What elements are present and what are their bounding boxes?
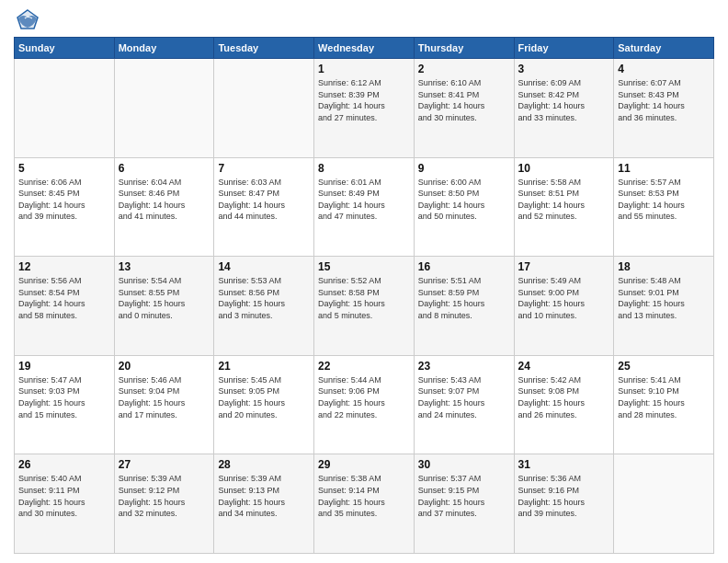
calendar-cell: 6Sunrise: 6:04 AMSunset: 8:46 PMDaylight… xyxy=(114,157,214,257)
calendar-cell: 9Sunrise: 6:00 AMSunset: 8:50 PMDaylight… xyxy=(414,157,514,257)
day-number: 20 xyxy=(119,360,210,373)
day-info: Sunrise: 5:39 AMSunset: 9:12 PMDaylight:… xyxy=(119,473,210,519)
day-number: 27 xyxy=(119,458,210,471)
logo xyxy=(14,9,40,29)
calendar-cell: 2Sunrise: 6:10 AMSunset: 8:41 PMDaylight… xyxy=(414,59,514,158)
calendar-table: SundayMondayTuesdayWednesdayThursdayFrid… xyxy=(14,37,714,554)
calendar-cell xyxy=(614,454,714,554)
calendar-cell: 21Sunrise: 5:45 AMSunset: 9:05 PMDayligh… xyxy=(214,355,314,454)
calendar-week-3: 12Sunrise: 5:56 AMSunset: 8:54 PMDayligh… xyxy=(15,257,714,356)
weekday-header-monday: Monday xyxy=(114,38,214,59)
day-number: 31 xyxy=(518,458,610,471)
day-number: 13 xyxy=(119,260,210,273)
day-info: Sunrise: 5:51 AMSunset: 8:59 PMDaylight:… xyxy=(418,275,510,321)
calendar-cell: 27Sunrise: 5:39 AMSunset: 9:12 PMDayligh… xyxy=(114,454,214,554)
day-number: 8 xyxy=(318,162,410,175)
day-number: 15 xyxy=(318,260,410,273)
day-number: 16 xyxy=(418,260,510,273)
day-number: 10 xyxy=(518,162,610,175)
calendar-cell: 11Sunrise: 5:57 AMSunset: 8:53 PMDayligh… xyxy=(614,157,714,257)
calendar-cell: 24Sunrise: 5:42 AMSunset: 9:08 PMDayligh… xyxy=(514,355,614,454)
day-number: 30 xyxy=(418,458,510,471)
day-info: Sunrise: 6:10 AMSunset: 8:41 PMDaylight:… xyxy=(418,77,510,123)
day-info: Sunrise: 5:52 AMSunset: 8:58 PMDaylight:… xyxy=(318,275,410,321)
calendar-cell: 14Sunrise: 5:53 AMSunset: 8:56 PMDayligh… xyxy=(214,257,314,356)
calendar-cell: 10Sunrise: 5:58 AMSunset: 8:51 PMDayligh… xyxy=(514,157,614,257)
weekday-header-wednesday: Wednesday xyxy=(314,38,415,59)
day-number: 17 xyxy=(518,260,610,273)
day-info: Sunrise: 5:54 AMSunset: 8:55 PMDaylight:… xyxy=(119,275,210,321)
calendar-cell: 5Sunrise: 6:06 AMSunset: 8:45 PMDaylight… xyxy=(15,157,115,257)
day-number: 7 xyxy=(218,162,310,175)
day-number: 18 xyxy=(618,260,710,273)
calendar-cell: 29Sunrise: 5:38 AMSunset: 9:14 PMDayligh… xyxy=(314,454,415,554)
calendar-cell: 1Sunrise: 6:12 AMSunset: 8:39 PMDaylight… xyxy=(314,59,415,158)
day-info: Sunrise: 6:07 AMSunset: 8:43 PMDaylight:… xyxy=(618,77,710,123)
day-number: 3 xyxy=(518,63,610,75)
day-info: Sunrise: 6:01 AMSunset: 8:49 PMDaylight:… xyxy=(318,177,410,223)
calendar-cell: 15Sunrise: 5:52 AMSunset: 8:58 PMDayligh… xyxy=(314,257,415,356)
calendar-cell xyxy=(114,59,214,158)
logo-general xyxy=(14,9,40,29)
calendar-cell xyxy=(15,59,115,158)
calendar-cell: 3Sunrise: 6:09 AMSunset: 8:42 PMDaylight… xyxy=(514,59,614,158)
day-info: Sunrise: 6:03 AMSunset: 8:47 PMDaylight:… xyxy=(218,177,310,223)
day-info: Sunrise: 5:36 AMSunset: 9:16 PMDaylight:… xyxy=(518,473,610,519)
calendar-cell: 16Sunrise: 5:51 AMSunset: 8:59 PMDayligh… xyxy=(414,257,514,356)
header xyxy=(14,9,714,29)
day-info: Sunrise: 5:40 AMSunset: 9:11 PMDaylight:… xyxy=(18,473,110,519)
day-info: Sunrise: 5:49 AMSunset: 9:00 PMDaylight:… xyxy=(518,275,610,321)
calendar-cell: 13Sunrise: 5:54 AMSunset: 8:55 PMDayligh… xyxy=(114,257,214,356)
calendar-week-5: 26Sunrise: 5:40 AMSunset: 9:11 PMDayligh… xyxy=(15,454,714,554)
day-info: Sunrise: 5:45 AMSunset: 9:05 PMDaylight:… xyxy=(218,374,310,420)
calendar-week-4: 19Sunrise: 5:47 AMSunset: 9:03 PMDayligh… xyxy=(15,355,714,454)
day-number: 1 xyxy=(318,63,410,75)
day-info: Sunrise: 5:48 AMSunset: 9:01 PMDaylight:… xyxy=(618,275,710,321)
day-info: Sunrise: 5:41 AMSunset: 9:10 PMDaylight:… xyxy=(618,374,710,420)
day-info: Sunrise: 5:58 AMSunset: 8:51 PMDaylight:… xyxy=(518,177,610,223)
calendar-cell: 31Sunrise: 5:36 AMSunset: 9:16 PMDayligh… xyxy=(514,454,614,554)
calendar-cell: 20Sunrise: 5:46 AMSunset: 9:04 PMDayligh… xyxy=(114,355,214,454)
calendar-cell: 7Sunrise: 6:03 AMSunset: 8:47 PMDaylight… xyxy=(214,157,314,257)
calendar-cell xyxy=(214,59,314,158)
calendar-cell: 12Sunrise: 5:56 AMSunset: 8:54 PMDayligh… xyxy=(15,257,115,356)
day-number: 2 xyxy=(418,63,510,75)
day-number: 19 xyxy=(18,360,110,373)
day-number: 23 xyxy=(418,360,510,373)
weekday-header-thursday: Thursday xyxy=(414,38,514,59)
day-info: Sunrise: 5:46 AMSunset: 9:04 PMDaylight:… xyxy=(119,374,210,420)
day-info: Sunrise: 5:37 AMSunset: 9:15 PMDaylight:… xyxy=(418,473,510,519)
day-number: 5 xyxy=(18,162,110,175)
day-number: 29 xyxy=(318,458,410,471)
day-info: Sunrise: 6:09 AMSunset: 8:42 PMDaylight:… xyxy=(518,77,610,123)
weekday-header-sunday: Sunday xyxy=(15,38,115,59)
calendar-cell: 28Sunrise: 5:39 AMSunset: 9:13 PMDayligh… xyxy=(214,454,314,554)
day-info: Sunrise: 5:43 AMSunset: 9:07 PMDaylight:… xyxy=(418,374,510,420)
calendar-cell: 8Sunrise: 6:01 AMSunset: 8:49 PMDaylight… xyxy=(314,157,415,257)
day-info: Sunrise: 5:44 AMSunset: 9:06 PMDaylight:… xyxy=(318,374,410,420)
calendar-week-1: 1Sunrise: 6:12 AMSunset: 8:39 PMDaylight… xyxy=(15,59,714,158)
day-number: 21 xyxy=(218,360,310,373)
day-number: 26 xyxy=(18,458,110,471)
day-info: Sunrise: 5:39 AMSunset: 9:13 PMDaylight:… xyxy=(218,473,310,519)
calendar-cell: 25Sunrise: 5:41 AMSunset: 9:10 PMDayligh… xyxy=(614,355,714,454)
day-info: Sunrise: 6:04 AMSunset: 8:46 PMDaylight:… xyxy=(119,177,210,223)
calendar-cell: 17Sunrise: 5:49 AMSunset: 9:00 PMDayligh… xyxy=(514,257,614,356)
day-number: 14 xyxy=(218,260,310,273)
day-number: 6 xyxy=(119,162,210,175)
calendar-cell: 19Sunrise: 5:47 AMSunset: 9:03 PMDayligh… xyxy=(15,355,115,454)
day-number: 28 xyxy=(218,458,310,471)
day-info: Sunrise: 6:00 AMSunset: 8:50 PMDaylight:… xyxy=(418,177,510,223)
day-info: Sunrise: 6:06 AMSunset: 8:45 PMDaylight:… xyxy=(18,177,110,223)
weekday-header-friday: Friday xyxy=(514,38,614,59)
weekday-header-saturday: Saturday xyxy=(614,38,714,59)
day-number: 22 xyxy=(318,360,410,373)
day-number: 11 xyxy=(618,162,710,175)
day-number: 9 xyxy=(418,162,510,175)
calendar-page: SundayMondayTuesdayWednesdayThursdayFrid… xyxy=(0,0,728,563)
day-number: 24 xyxy=(518,360,610,373)
calendar-cell: 30Sunrise: 5:37 AMSunset: 9:15 PMDayligh… xyxy=(414,454,514,554)
calendar-cell: 23Sunrise: 5:43 AMSunset: 9:07 PMDayligh… xyxy=(414,355,514,454)
day-info: Sunrise: 6:12 AMSunset: 8:39 PMDaylight:… xyxy=(318,77,410,123)
calendar-cell: 26Sunrise: 5:40 AMSunset: 9:11 PMDayligh… xyxy=(15,454,115,554)
